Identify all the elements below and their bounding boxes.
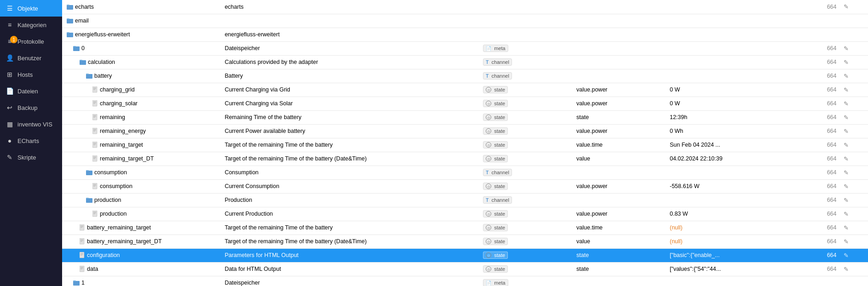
file-icon [80, 266, 87, 273]
table-row[interactable]: email [62, 14, 868, 28]
edit-button[interactable]: ✎ [842, 72, 850, 80]
dateien-icon: 📄 [6, 87, 14, 95]
table-row[interactable]: remainingRemaining Time of the battery○ … [62, 110, 868, 124]
sidebar-item-dateien[interactable]: 📄Dateien [0, 83, 62, 99]
edit-button[interactable]: ✎ [842, 265, 850, 273]
row-value-cell [667, 166, 811, 179]
edit-button[interactable]: ✎ [842, 183, 850, 190]
svg-rect-5 [67, 18, 69, 19]
row-num-cell [811, 276, 839, 286]
row-name-text: data [87, 266, 98, 272]
row-name-cell: charging_solar [62, 97, 222, 110]
table-row[interactable]: productionCurrent Production○ statevalue… [62, 207, 868, 221]
row-role-cell [574, 41, 667, 55]
table-row[interactable]: remaining_energyCurrent Power available … [62, 124, 868, 138]
row-actions-cell: ✎ [839, 207, 868, 221]
row-name-cell: 0 [62, 41, 222, 55]
table-row[interactable]: energiefluss-erweitertenergiefluss-erwei… [62, 28, 868, 41]
folder-icon [67, 31, 75, 38]
table-row[interactable]: consumptionCurrent Consumption○ stateval… [62, 179, 868, 193]
sidebar-item-hosts[interactable]: ⊞Hosts [0, 66, 62, 83]
edit-button[interactable]: ✎ [842, 127, 850, 135]
edit-button[interactable]: ✎ [842, 3, 850, 11]
row-type-cell: ○ state [480, 138, 574, 152]
hosts-icon: ⊞ [6, 71, 14, 78]
svg-rect-44 [86, 170, 89, 171]
row-value-cell: -558.616 W [667, 179, 811, 193]
echarts-icon: ● [6, 137, 14, 144]
table-row[interactable]: 1Dateispeicher📄 meta [62, 276, 868, 286]
row-name-text: consumption [94, 169, 127, 176]
edit-button[interactable]: ✎ [842, 114, 850, 121]
table-row[interactable]: remaining_target_DTTarget of the remaini… [62, 152, 868, 166]
row-name-text: calculation [88, 59, 115, 65]
table-row[interactable]: echartsecharts664✎ [62, 0, 868, 14]
edit-button[interactable]: ✎ [842, 100, 850, 108]
row-num-cell: 664 [811, 235, 839, 248]
edit-button[interactable]: ✎ [842, 155, 850, 163]
edit-button[interactable]: ✎ [842, 196, 850, 204]
svg-rect-14 [80, 60, 82, 61]
sidebar-item-label: Benutzer [17, 55, 41, 62]
row-actions-cell: ✎ [839, 41, 868, 55]
edit-button[interactable]: ✎ [842, 238, 850, 246]
row-desc-cell: Target of the remaining Time of the batt… [222, 152, 480, 166]
edit-button[interactable]: ✎ [842, 210, 850, 218]
row-num-cell: 664 [811, 221, 839, 235]
table-row[interactable]: 0Dateispeicher📄 meta664✎ [62, 41, 868, 55]
table-row[interactable]: productionProductionT channel664✎ [62, 193, 868, 207]
row-type-cell: ○ state [480, 262, 574, 276]
row-value-cell [667, 69, 811, 83]
folder-icon [86, 73, 94, 80]
edit-button[interactable]: ✎ [842, 45, 850, 52]
table-row[interactable]: remaining_targetTarget of the remaining … [62, 138, 868, 152]
type-badge: ○ state [483, 183, 508, 190]
row-num-cell: 664 [811, 69, 839, 83]
row-num-cell: 664 [811, 166, 839, 179]
edit-button[interactable]: ✎ [842, 224, 850, 232]
table-row[interactable]: calculationCalculations provided by the … [62, 55, 868, 69]
table-row[interactable]: dataData for HTML Output○ statestate["va… [62, 262, 868, 276]
svg-rect-18 [92, 86, 97, 92]
svg-rect-64 [80, 252, 84, 258]
row-value-cell [667, 193, 811, 207]
sidebar-item-backup[interactable]: ↩Backup [0, 99, 62, 116]
row-num-cell: 664 [811, 55, 839, 69]
sidebar-item-label: Objekte [17, 5, 38, 12]
edit-button[interactable]: ✎ [842, 141, 850, 149]
edit-button[interactable]: ✎ [842, 86, 850, 94]
table-row[interactable]: batteryBatteryT channel664✎ [62, 69, 868, 83]
table-row[interactable]: charging_gridCurrent Charging via Grid○ … [62, 83, 868, 97]
row-name-text: 1 [81, 280, 85, 286]
edit-button[interactable]: ✎ [842, 169, 850, 177]
sidebar-item-skripte[interactable]: ✎Skripte [0, 149, 62, 166]
sidebar-item-inventwo[interactable]: ▦inventwo VIS [0, 116, 62, 132]
sidebar: ☰Objekte≡Kategorien≡Protokolle1👤Benutzer… [0, 0, 62, 286]
row-role-cell: value.time [574, 221, 667, 235]
row-type-cell: T channel [480, 69, 574, 83]
table-row[interactable]: battery_remaining_target_DTTarget of the… [62, 235, 868, 248]
row-value-cell [667, 55, 811, 69]
row-actions-cell: ✎ [839, 138, 868, 152]
row-actions-cell: ✎ [839, 193, 868, 207]
sidebar-item-objekte[interactable]: ☰Objekte [0, 0, 62, 17]
row-actions-cell: ✎ [839, 179, 868, 193]
table-row[interactable]: consumptionConsumptionT channel664✎ [62, 166, 868, 179]
file-icon [80, 224, 87, 231]
sidebar-item-echarts[interactable]: ●ECharts [0, 132, 62, 149]
row-name-cell: configuration [62, 248, 222, 262]
sidebar-item-benutzer[interactable]: 👤Benutzer [0, 50, 62, 66]
row-type-cell: 📄 meta [480, 41, 574, 55]
edit-button[interactable]: ✎ [842, 252, 850, 259]
type-badge: ○ state [483, 114, 508, 121]
sidebar-item-protokolle[interactable]: ≡Protokolle1 [0, 33, 62, 50]
sidebar-item-kategorien[interactable]: ≡Kategorien [0, 17, 62, 33]
type-badge: T channel [483, 169, 512, 176]
table-row[interactable]: charging_solarCurrent Charging via Solar… [62, 97, 868, 110]
table-row[interactable]: configurationParameters for HTML Output○… [62, 248, 868, 262]
row-actions-cell: ✎ [839, 262, 868, 276]
svg-rect-51 [86, 198, 89, 199]
table-row[interactable]: battery_remaining_targetTarget of the re… [62, 221, 868, 235]
edit-button[interactable]: ✎ [842, 58, 850, 66]
row-name-cell: remaining_energy [62, 124, 222, 138]
